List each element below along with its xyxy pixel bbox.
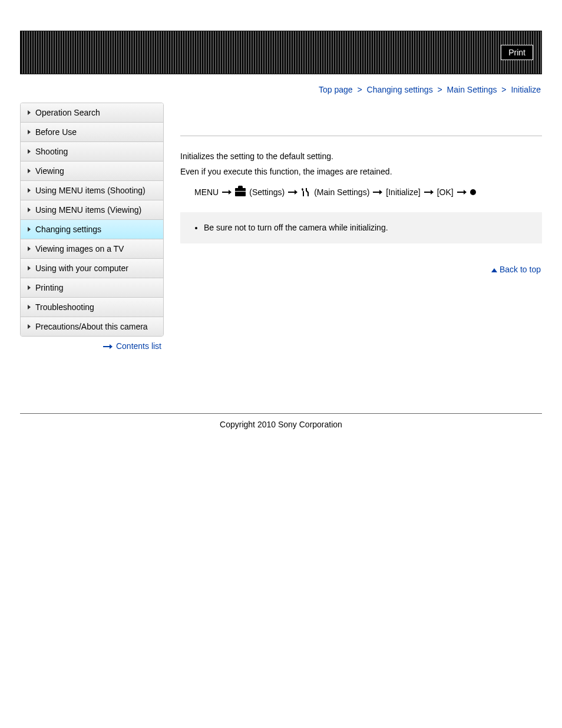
triangle-up-icon xyxy=(491,268,497,272)
copyright-text: Copyright 2010 Sony Corporation xyxy=(20,414,542,429)
arrow-right-icon xyxy=(103,345,113,348)
contents-list-link[interactable]: Contents list xyxy=(116,341,161,351)
path-main-settings: (Main Settings) xyxy=(314,187,369,197)
sidebar-item-label: Using MENU items (Shooting) xyxy=(35,186,146,195)
sidebar-item-printing[interactable]: Printing xyxy=(21,278,163,298)
back-to-top-link[interactable]: Back to top xyxy=(500,265,541,274)
sidebar-item-viewing[interactable]: Viewing xyxy=(21,162,163,181)
intro-text-2: Even if you execute this function, the i… xyxy=(180,166,542,179)
note-text: Be sure not to turn off the camera while… xyxy=(204,222,531,234)
chevron-right-icon xyxy=(28,305,31,309)
breadcrumb-sep: > xyxy=(499,85,508,94)
sidebar-item-label: Operation Search xyxy=(35,108,100,117)
sidebar-item-label: Using with your computer xyxy=(35,263,128,273)
breadcrumb-changing[interactable]: Changing settings xyxy=(367,85,433,94)
divider xyxy=(180,136,542,136)
arrow-right-icon xyxy=(457,190,467,195)
breadcrumb-sep: > xyxy=(355,85,364,94)
arrow-right-icon xyxy=(222,190,232,195)
chevron-right-icon xyxy=(28,130,31,134)
intro-text-1: Initializes the setting to the default s… xyxy=(180,150,542,163)
sidebar-item-troubleshooting[interactable]: Troubleshooting xyxy=(21,298,163,317)
arrow-right-icon xyxy=(288,190,297,195)
sidebar-item-label: Before Use xyxy=(35,127,77,137)
breadcrumb-top[interactable]: Top page xyxy=(319,85,353,94)
chevron-right-icon xyxy=(28,207,31,212)
menu-path: MENU (Settings) (Main Settings) [Initial… xyxy=(180,187,542,197)
path-initialize: [Initialize] xyxy=(386,187,420,197)
sidebar-item-menu-shooting[interactable]: Using MENU items (Shooting) xyxy=(21,181,163,200)
chevron-right-icon xyxy=(28,110,31,115)
chevron-right-icon xyxy=(28,149,31,154)
print-button[interactable]: Print xyxy=(501,45,533,60)
note-box: Be sure not to turn off the camera while… xyxy=(180,212,542,243)
breadcrumb-sep: > xyxy=(435,85,445,94)
sidebar-item-menu-viewing[interactable]: Using MENU items (Viewing) xyxy=(21,200,163,220)
breadcrumb-initialize[interactable]: Initialize xyxy=(511,85,541,94)
chevron-right-icon xyxy=(28,246,31,251)
chevron-right-icon xyxy=(28,169,31,173)
arrow-right-icon xyxy=(373,190,382,195)
sidebar-item-label: Printing xyxy=(35,283,63,292)
sidebar-item-label: Viewing images on a TV xyxy=(35,244,124,253)
sidebar: Operation Search Before Use Shooting Vie… xyxy=(20,103,164,351)
chevron-right-icon xyxy=(28,285,31,290)
toolbox-icon xyxy=(235,188,246,196)
sidebar-item-label: Using MENU items (Viewing) xyxy=(35,205,141,215)
dot-icon xyxy=(470,189,476,195)
sidebar-item-tv[interactable]: Viewing images on a TV xyxy=(21,239,163,259)
arrow-right-icon xyxy=(424,190,434,195)
sidebar-item-label: Precautions/About this camera xyxy=(35,322,148,331)
path-ok: [OK] xyxy=(437,187,454,197)
path-settings: (Settings) xyxy=(249,187,285,197)
header-banner: Print xyxy=(20,31,542,74)
sidebar-item-computer[interactable]: Using with your computer xyxy=(21,259,163,278)
sidebar-item-label: Shooting xyxy=(35,147,68,156)
breadcrumb: Top page > Changing settings > Main Sett… xyxy=(20,74,542,103)
chevron-right-icon xyxy=(28,227,31,232)
main-content: Initializes the setting to the default s… xyxy=(180,103,542,274)
sidebar-item-before-use[interactable]: Before Use xyxy=(21,123,163,142)
breadcrumb-main-settings[interactable]: Main Settings xyxy=(447,85,497,94)
chevron-right-icon xyxy=(28,266,31,271)
sidebar-item-operation-search[interactable]: Operation Search xyxy=(21,103,163,123)
sidebar-item-precautions[interactable]: Precautions/About this camera xyxy=(21,317,163,336)
sidebar-item-shooting[interactable]: Shooting xyxy=(21,142,163,162)
sidebar-item-changing-settings[interactable]: Changing settings xyxy=(21,220,163,239)
sidebar-item-label: Troubleshooting xyxy=(35,302,94,312)
wrench-icon xyxy=(301,187,310,197)
chevron-right-icon xyxy=(28,324,31,329)
sidebar-item-label: Changing settings xyxy=(35,225,101,234)
sidebar-item-label: Viewing xyxy=(35,166,64,176)
chevron-right-icon xyxy=(28,188,31,193)
path-menu: MENU xyxy=(194,187,219,197)
